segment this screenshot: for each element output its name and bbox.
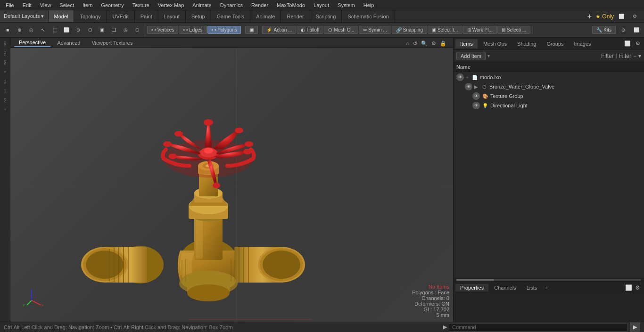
selecti-btn[interactable]: ⊠ Selecti ...	[497, 26, 530, 34]
menu-system[interactable]: System	[334, 1, 359, 9]
items-list[interactable]: 👁 + 📄 modo.lxo 👁 ▶ ⬡ Bronze_Water_Globe_…	[454, 72, 644, 278]
action-center-btn[interactable]: ◎	[25, 24, 37, 36]
menu-maxtomodo[interactable]: MaxToModo	[273, 1, 309, 9]
fullscreen-btn[interactable]: ⬜	[631, 24, 642, 36]
item-row-mesh[interactable]: 👁 ▶ ⬡ Bronze_Water_Globe_Valve	[454, 82, 644, 91]
menu-item[interactable]: Item	[79, 1, 96, 9]
item-eye-texgrp[interactable]: 👁	[472, 92, 480, 100]
vp-home-btn[interactable]: ⌂	[405, 40, 410, 48]
tab-model[interactable]: Model	[49, 10, 74, 22]
select-mode-btn[interactable]: ■	[2, 24, 13, 36]
add-item-button[interactable]: Add Item	[456, 52, 486, 60]
panel-tab-items[interactable]: Items	[455, 39, 478, 49]
vp-render-btn[interactable]: ⚙	[430, 40, 437, 48]
vp-rotate-btn[interactable]: ↺	[412, 40, 418, 48]
menu-geometry[interactable]: Geometry	[97, 1, 127, 9]
tab-scripting[interactable]: Scripting	[310, 10, 342, 22]
menu-select[interactable]: Select	[56, 1, 78, 9]
sidebar-item-uv[interactable]: UV	[1, 96, 9, 105]
panel-tab-groups[interactable]: Groups	[542, 39, 568, 49]
polygons-btn[interactable]: • • Polygons	[207, 26, 241, 34]
items-scrollbar-thumb[interactable]	[456, 279, 494, 281]
menu-view[interactable]: View	[36, 1, 55, 9]
item-eye-light[interactable]: 👁	[472, 102, 480, 109]
command-execute-btn[interactable]: ▶	[630, 323, 640, 332]
menu-edit[interactable]: Edit	[19, 1, 35, 9]
item-eye-mesh[interactable]: 👁	[465, 83, 472, 90]
menu-vertex-map[interactable]: Vertex Map	[154, 1, 188, 9]
poly-btn[interactable]: ⬡	[84, 24, 96, 36]
paint-select-btn[interactable]: ▣	[245, 26, 258, 34]
panel-gear-btn[interactable]: ⚙	[634, 40, 642, 47]
panel-tab-images[interactable]: Images	[570, 39, 596, 49]
tab-render[interactable]: Render	[281, 10, 310, 22]
panel-collapse-btn[interactable]: ▾	[638, 53, 641, 59]
tweak-btn[interactable]: ❑	[108, 24, 119, 36]
snap-btn[interactable]: ⬚	[49, 24, 60, 36]
bottom-plus-btn[interactable]: +	[545, 285, 547, 291]
maximize-button[interactable]: ⬜	[616, 10, 627, 23]
action-btn[interactable]: ⚡ Action ...	[262, 26, 296, 34]
paint-btn[interactable]: ▣	[96, 24, 107, 36]
edges-btn[interactable]: • • Edges	[179, 26, 206, 34]
panel-filter-btn[interactable]: Filter	[619, 53, 631, 59]
sidebar-item-dup[interactable]: Du	[1, 49, 9, 57]
sidebar-item-f[interactable]: F	[1, 105, 9, 114]
bottom-tab-lists[interactable]: Lists	[522, 284, 542, 292]
tab-layout[interactable]: Layout	[158, 10, 186, 22]
item-eye-root[interactable]: 👁	[456, 73, 464, 81]
menu-animate[interactable]: Animate	[189, 1, 215, 9]
ngon-btn[interactable]: ⬡	[132, 24, 143, 36]
workplane-btn[interactable]: ⊞ Work Pl...	[463, 26, 497, 34]
symm-btn[interactable]: ⇔ Symm ...	[359, 26, 391, 34]
transform-btn[interactable]: ⊕	[14, 24, 25, 36]
items-scrollbar-area[interactable]	[454, 278, 644, 282]
menu-file[interactable]: File	[2, 1, 18, 9]
bottom-tab-properties[interactable]: Properties	[455, 284, 488, 292]
star-only-button[interactable]: ★ Only	[595, 13, 614, 20]
tab-uvedit[interactable]: UVEdit	[107, 10, 135, 22]
select-type-btn[interactable]: ▣ Select T...	[428, 26, 462, 34]
tab-schematic-fusion[interactable]: Schematic Fusion	[342, 10, 395, 22]
tab-setup[interactable]: Setup	[186, 10, 211, 22]
kits-btn[interactable]: 🔧 Kits	[592, 26, 616, 34]
item-row-light[interactable]: 👁 💡 Directional Light	[454, 101, 644, 110]
items-scrollbar[interactable]	[456, 279, 641, 281]
viewport-area[interactable]: Perspective Advanced Viewport Textures ⌂…	[10, 38, 453, 322]
tab-topology[interactable]: Topology	[74, 10, 107, 22]
panel-expand-btn[interactable]: ⬜	[622, 40, 633, 47]
gear-button[interactable]: ⚙	[629, 10, 640, 23]
sidebar-item-de[interactable]: De:	[1, 40, 9, 48]
panel-tab-shading[interactable]: Shading	[512, 39, 541, 49]
item-plus-root[interactable]: +	[466, 75, 469, 80]
sidebar-item-mes[interactable]: Me	[1, 58, 9, 67]
vp-tab-advanced[interactable]: Advanced	[52, 39, 85, 47]
mesh-btn[interactable]: ⬡ Mesh C...	[324, 26, 358, 34]
vp-tab-textures[interactable]: Viewport Textures	[87, 39, 137, 47]
select-arrow-btn[interactable]: ↖	[37, 24, 49, 36]
bottom-expand-btn[interactable]: ⬜	[625, 284, 632, 291]
rotate-btn[interactable]: ◷	[120, 24, 131, 36]
tab-game-tools[interactable]: Game Tools	[211, 10, 251, 22]
menu-help[interactable]: Help	[360, 1, 378, 9]
command-input[interactable]	[449, 323, 628, 332]
panel-select-btn[interactable]: Filter	[601, 53, 614, 59]
sidebar-item-e[interactable]: E	[1, 68, 9, 76]
tab-animate[interactable]: Animate	[250, 10, 281, 22]
item-row-texgrp[interactable]: 👁 🎨 Texture Group	[454, 91, 644, 101]
bottom-tab-channels[interactable]: Channels	[489, 284, 520, 292]
viewport-canvas[interactable]: X Y Z No Items Polygons : Face Channels:…	[10, 48, 453, 322]
menu-render[interactable]: Render	[248, 1, 272, 9]
panel-tab-mesh-ops[interactable]: Mesh Ops	[479, 39, 512, 49]
bottom-gear-btn[interactable]: ⚙	[633, 284, 642, 291]
menu-dynamics[interactable]: Dynamics	[216, 1, 247, 9]
add-layout-button[interactable]: +	[586, 12, 594, 21]
sidebar-item-c[interactable]: C:	[1, 87, 9, 95]
snapping-btn[interactable]: 🔗 Snapping	[392, 26, 427, 34]
tab-paint[interactable]: Paint	[135, 10, 158, 22]
vp-lock-btn[interactable]: 🔒	[439, 40, 447, 48]
falloff-btn[interactable]: ◐ Falloff	[297, 26, 323, 34]
default-layouts-dropdown[interactable]: Default Layouts ▾	[0, 10, 49, 22]
menu-layout[interactable]: Layout	[310, 1, 333, 9]
sidebar-item-pol[interactable]: Po	[1, 77, 9, 86]
